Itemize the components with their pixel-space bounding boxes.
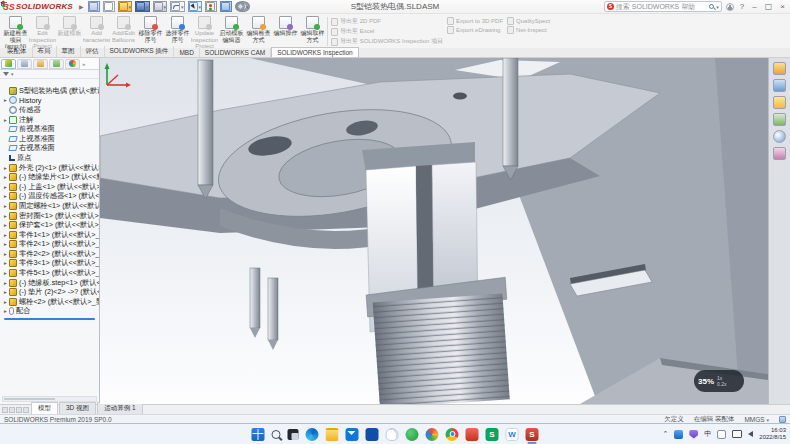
options-icon[interactable]: ▾ — [235, 1, 250, 12]
ribbon-menu-item[interactable]: QualitySpect — [507, 17, 550, 25]
resources-icon[interactable] — [773, 62, 786, 75]
tree-item[interactable]: ▸ 零件3<1> (默认<<默认>_显示状态 — [2, 259, 99, 269]
undo-icon[interactable]: ▾ — [170, 1, 185, 12]
ribbon-menu-item[interactable]: 导出至 SOLIDWORKS Inspection 项目 — [331, 37, 443, 46]
tree-item[interactable]: ▸ 零件2<1> (默认<<默认>_显示状态 — [2, 240, 99, 250]
search-icon[interactable] — [709, 4, 714, 9]
tree-item[interactable]: ▸ 零件1<1> (默认<<默认>_显示状态 — [2, 230, 99, 240]
view-palette-icon[interactable] — [773, 113, 786, 126]
tree-item[interactable]: 传感器 — [2, 105, 99, 115]
ribbon-button[interactable]: 启动模板编辑器 — [218, 15, 245, 48]
tab-nav-last[interactable] — [23, 407, 29, 413]
expand-arrow-icon[interactable]: ▸ — [2, 270, 9, 276]
tree-item[interactable]: ▸ 外壳 (2)<1> (默认<<默认>_显示状态 — [2, 163, 99, 173]
displaymanager-tab[interactable] — [65, 59, 80, 69]
expand-arrow-icon[interactable]: ▸ — [2, 308, 9, 314]
print-icon[interactable]: ▾ — [153, 1, 168, 12]
ribbon-tab[interactable]: SOLIDWORKS Inspection — [271, 47, 359, 57]
expand-arrow-icon[interactable]: ▸ — [2, 280, 9, 286]
restore-button[interactable]: ▢ — [763, 2, 775, 11]
expand-arrow-icon[interactable]: ▸ — [2, 222, 9, 228]
units-selector[interactable]: MMGS ▾ — [744, 416, 769, 423]
expand-arrow-icon[interactable]: ▸ — [2, 97, 9, 103]
tray-chevron-icon[interactable]: ⌃ — [662, 430, 668, 438]
tree-item[interactable]: 原点 — [2, 153, 99, 163]
ribbon-button[interactable]: Edit Inspection Project — [29, 15, 56, 48]
tree-item[interactable]: ▸ 注解 — [2, 115, 99, 125]
design-library-icon[interactable] — [773, 79, 786, 92]
tree-root[interactable]: S型铠装热电偶 (默认<默认_显示状态-1> — [2, 86, 99, 96]
ribbon-button[interactable]: 编辑操作 — [272, 15, 299, 48]
ribbon-button[interactable]: Add/Edit Balloons — [110, 15, 137, 48]
tree-item[interactable]: ▸ 螺栓<2> (默认<<默认>_显示状态 — [2, 297, 99, 307]
tree-item[interactable]: ▸ 零件5<1> (默认<<默认>_显示状态 — [2, 268, 99, 278]
search-caret-icon[interactable]: ▾ — [716, 4, 719, 10]
ribbon-button[interactable]: 编辑取样方式 — [299, 15, 326, 48]
onedrive-icon[interactable] — [386, 428, 399, 441]
tree-item[interactable]: 右视基准面 — [2, 144, 99, 154]
select-icon[interactable]: ▾ — [188, 1, 203, 12]
tree-item[interactable]: ▸ (-) 绝缘板.step<1> (默认<<默认>_ — [2, 278, 99, 288]
tree-item[interactable]: 上视基准面 — [2, 134, 99, 144]
configurationmanager-tab[interactable] — [33, 59, 48, 69]
tray-app-icon[interactable] — [674, 430, 683, 439]
tree-item[interactable]: ▸ 固定螺栓<1> (默认<<默认>_显示状 — [2, 201, 99, 211]
taskbar-clock[interactable]: 16:03 2022/8/15 — [759, 427, 786, 441]
expand-arrow-icon[interactable]: ▸ — [2, 117, 9, 123]
expand-arrow-icon[interactable]: ▸ — [2, 232, 9, 238]
task-view-icon[interactable] — [288, 429, 299, 440]
tree-item[interactable]: 前视基准面 — [2, 124, 99, 134]
custom-properties-icon[interactable] — [773, 147, 786, 160]
new-document-icon[interactable] — [103, 1, 115, 12]
tree-item[interactable]: ▸ (-) 上盖<1> (默认<<默认>_显示状态 — [2, 182, 99, 192]
expand-arrow-icon[interactable]: ▸ — [2, 184, 9, 190]
expand-arrow-icon[interactable]: ▸ — [2, 213, 9, 219]
document-tab[interactable]: 模型 — [31, 402, 58, 414]
login-user-icon[interactable] — [726, 3, 734, 11]
ribbon-button[interactable]: 选择零件序号 — [164, 15, 191, 48]
tree-item[interactable]: ▸ (-) 温度传感器<1> (默认<<默认>_显 — [2, 192, 99, 202]
volume-icon[interactable] — [748, 431, 753, 437]
close-button[interactable]: × — [778, 2, 787, 11]
filter-caret-icon[interactable]: ▾ — [11, 71, 14, 77]
ribbon-menu-item[interactable]: Export eDrawing — [447, 26, 503, 34]
display-states-icon[interactable] — [205, 1, 217, 12]
mail-icon[interactable] — [346, 428, 359, 441]
ribbon-button[interactable]: 新建检查项目 (amp;N) — [2, 15, 29, 48]
panel-tab-overflow[interactable]: » — [82, 61, 85, 67]
ribbon-button[interactable]: Update Inspection Project — [191, 15, 218, 48]
ribbon-menu-item[interactable]: 导出至 Excel — [331, 27, 443, 36]
tag-icon[interactable] — [779, 416, 786, 423]
expand-arrow-icon[interactable]: ▸ — [2, 174, 9, 180]
ime-keyboard-icon[interactable] — [717, 430, 726, 439]
tree-item[interactable]: ▸ History — [2, 96, 99, 106]
ribbon-tab[interactable]: SOLIDWORKS 插件 — [105, 46, 175, 57]
edge-icon[interactable] — [306, 428, 319, 441]
tree-item[interactable]: ▸ (-) 绝缘垫片<1> (默认<<默认>_显示 — [2, 172, 99, 182]
wps-icon[interactable]: W — [506, 428, 519, 441]
open-icon[interactable]: ▾ — [118, 1, 133, 12]
help-button[interactable]: ? — [738, 2, 746, 11]
file-explorer-icon[interactable] — [773, 96, 786, 109]
home-icon[interactable] — [88, 1, 100, 12]
app-red-icon[interactable] — [466, 428, 479, 441]
chrome-icon[interactable] — [446, 428, 459, 441]
tree-item[interactable]: ▸ 配合 — [2, 307, 99, 317]
expand-arrow-icon[interactable]: ▸ — [2, 203, 9, 209]
ribbon-tab[interactable]: 草图 — [57, 46, 81, 57]
tree-item[interactable]: ▸ (-) 垫片 (2)<2> ->? (默认<<默认>_ — [2, 287, 99, 297]
tab-nav-next[interactable] — [16, 407, 22, 413]
ribbon-tab[interactable]: 装配体 — [2, 46, 33, 57]
document-tab[interactable]: 3D 视图 — [59, 402, 96, 414]
ribbon-button[interactable]: 移除零件序号 — [137, 15, 164, 48]
app-s-icon[interactable]: S — [486, 428, 499, 441]
solidworks-icon[interactable]: S — [526, 428, 539, 441]
ribbon-menu-item[interactable]: Export to 3D PDF — [447, 17, 503, 25]
expand-arrow-icon[interactable]: ▸ — [2, 289, 9, 295]
expand-arrow-icon[interactable]: ▸ — [2, 260, 9, 266]
ribbon-button[interactable]: Add Characteristic — [83, 15, 110, 48]
rollback-bar[interactable] — [4, 318, 95, 320]
tree-item[interactable]: ▸ 保护套<1> (默认<<默认>_显示状态 — [2, 220, 99, 230]
start-icon[interactable] — [252, 428, 265, 441]
expand-arrow-icon[interactable]: ▸ — [2, 241, 9, 247]
